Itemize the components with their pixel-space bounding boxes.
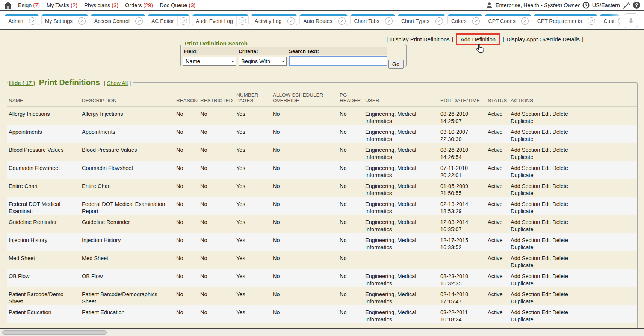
row-action-add-section[interactable]: Add Section bbox=[511, 255, 540, 261]
col-header-text[interactable]: ALLOW SCHEDULER OVERRIDE bbox=[273, 92, 323, 103]
row-action-add-section[interactable]: Add Section bbox=[511, 129, 540, 135]
row-action-add-section[interactable]: Add Section bbox=[511, 111, 540, 117]
row-action-edit[interactable]: Edit bbox=[541, 219, 551, 225]
tab-open-arrow-icon[interactable]: ↗ bbox=[383, 16, 395, 26]
col-header-name[interactable]: NAME bbox=[7, 88, 80, 106]
row-action-edit[interactable]: Edit bbox=[541, 273, 551, 279]
row-action-duplicate[interactable]: Duplicate bbox=[511, 136, 533, 142]
row-action-duplicate[interactable]: Duplicate bbox=[511, 262, 533, 268]
help-icon[interactable]: ? bbox=[633, 2, 640, 9]
nav-item-orders[interactable]: Orders (29) bbox=[125, 2, 153, 8]
tab-audit-event-log[interactable]: Audit Event Log↗ bbox=[192, 14, 249, 26]
tab-admin[interactable]: Admin↗ bbox=[5, 14, 39, 26]
row-action-edit[interactable]: Edit bbox=[541, 183, 551, 189]
col-header-text[interactable]: EDIT DATE/TIME bbox=[440, 98, 480, 103]
tab-open-arrow-icon[interactable]: ↗ bbox=[177, 16, 189, 26]
tab-open-arrow-icon[interactable]: ↗ bbox=[27, 16, 39, 26]
col-header-description[interactable]: DESCRIPTION bbox=[80, 88, 175, 106]
tab-my-settings[interactable]: My Settings↗ bbox=[41, 14, 88, 26]
nav-item-esign[interactable]: Esign (7) bbox=[18, 2, 40, 8]
col-header-number-pages[interactable]: NUMBER PAGES bbox=[235, 88, 271, 106]
go-button[interactable]: Go bbox=[388, 60, 404, 69]
row-action-duplicate[interactable]: Duplicate bbox=[511, 190, 533, 196]
row-action-duplicate[interactable]: Duplicate bbox=[511, 316, 533, 322]
col-header-text[interactable]: RESTRICTED bbox=[200, 98, 233, 103]
tab-activity-log[interactable]: Activity Log↗ bbox=[251, 14, 298, 26]
tab-open-arrow-icon[interactable]: ↗ bbox=[236, 16, 248, 26]
row-action-delete[interactable]: Delete bbox=[552, 111, 568, 117]
horizontal-scrollbar[interactable] bbox=[0, 328, 644, 336]
wand-icon[interactable] bbox=[623, 2, 630, 9]
nav-item-physicians[interactable]: Physicians (3) bbox=[84, 2, 118, 8]
tab-open-arrow-icon[interactable]: ↗ bbox=[433, 16, 445, 26]
col-header-text[interactable]: PG HEADER bbox=[340, 92, 361, 103]
tab-open-arrow-icon[interactable]: ↗ bbox=[585, 16, 597, 26]
nav-item-my-tasks[interactable]: My Tasks (2) bbox=[47, 2, 77, 8]
row-action-add-section[interactable]: Add Section bbox=[511, 219, 540, 225]
field-select[interactable]: Name ▾ bbox=[183, 57, 236, 66]
row-action-edit[interactable]: Edit bbox=[541, 291, 551, 297]
row-action-edit[interactable]: Edit bbox=[541, 147, 551, 153]
row-action-edit[interactable]: Edit bbox=[541, 237, 551, 243]
row-action-edit[interactable]: Edit bbox=[541, 309, 551, 315]
row-action-add-section[interactable]: Add Section bbox=[511, 201, 540, 207]
display-appt-override-link[interactable]: Display Appt Override Details bbox=[506, 36, 580, 42]
tab-open-arrow-icon[interactable]: ↗ bbox=[133, 16, 145, 26]
show-all-link[interactable]: Show All bbox=[107, 80, 128, 86]
scrollbar-thumb[interactable] bbox=[2, 330, 107, 335]
row-action-edit[interactable]: Edit bbox=[541, 165, 551, 171]
row-action-edit[interactable]: Edit bbox=[541, 129, 551, 135]
tab-chart-tabs[interactable]: Chart Tabs↗ bbox=[350, 14, 395, 26]
nav-item-doc-queue[interactable]: Doc Queue (3) bbox=[160, 2, 195, 8]
row-action-delete[interactable]: Delete bbox=[552, 219, 568, 225]
row-action-duplicate[interactable]: Duplicate bbox=[511, 280, 533, 286]
tab-colors[interactable]: Colors↗ bbox=[447, 14, 482, 26]
tab-access-control[interactable]: Access Control↗ bbox=[91, 14, 145, 26]
tab-open-arrow-icon[interactable]: ↗ bbox=[285, 16, 297, 26]
col-header-reason[interactable]: REASON bbox=[175, 88, 199, 106]
home-icon[interactable] bbox=[4, 2, 12, 9]
hide-link[interactable]: Hide ( 17 ) bbox=[9, 80, 35, 86]
row-action-delete[interactable]: Delete bbox=[552, 201, 568, 207]
col-header-status[interactable]: STATUS bbox=[486, 88, 509, 106]
tab-open-arrow-icon[interactable]: ↗ bbox=[470, 16, 482, 26]
row-action-add-section[interactable]: Add Section bbox=[511, 183, 540, 189]
row-action-duplicate[interactable]: Duplicate bbox=[511, 244, 533, 250]
col-header-text[interactable]: NAME bbox=[9, 98, 23, 103]
tab-cpt-codes[interactable]: CPT Codes↗ bbox=[485, 14, 531, 26]
tab-auto-routes[interactable]: Auto Routes↗ bbox=[299, 14, 348, 26]
col-header-pg-header[interactable]: PG HEADER bbox=[338, 88, 364, 106]
row-action-add-section[interactable]: Add Section bbox=[511, 165, 540, 171]
tab-cpt-requirements[interactable]: CPT Requirements↗ bbox=[534, 14, 598, 26]
row-action-delete[interactable]: Delete bbox=[552, 255, 568, 261]
row-action-add-section[interactable]: Add Section bbox=[511, 291, 540, 297]
row-action-duplicate[interactable]: Duplicate bbox=[511, 172, 533, 178]
row-action-delete[interactable]: Delete bbox=[552, 291, 568, 297]
col-header-user[interactable]: USER bbox=[364, 88, 439, 106]
tabs-overflow-button[interactable] bbox=[624, 13, 638, 28]
tab-open-arrow-icon[interactable]: ↗ bbox=[618, 16, 620, 26]
tab-open-arrow-icon[interactable]: ↗ bbox=[519, 16, 531, 26]
col-header-allow-scheduler-override[interactable]: ALLOW SCHEDULER OVERRIDE bbox=[271, 88, 338, 106]
col-header-text[interactable]: REASON bbox=[176, 98, 198, 103]
search-text-input[interactable] bbox=[289, 56, 387, 66]
tab-cust[interactable]: Cust↗ bbox=[600, 14, 620, 26]
col-header-text[interactable]: DESCRIPTION bbox=[82, 98, 116, 103]
col-header-text[interactable]: STATUS bbox=[488, 98, 507, 103]
tab-open-arrow-icon[interactable]: ↗ bbox=[76, 16, 88, 26]
row-action-add-section[interactable]: Add Section bbox=[511, 273, 540, 279]
col-header-edit-date-time[interactable]: EDIT DATE/TIME bbox=[439, 88, 486, 106]
add-definition-link[interactable]: Add Definition bbox=[461, 36, 496, 42]
row-action-delete[interactable]: Delete bbox=[552, 165, 568, 171]
tab-open-arrow-icon[interactable]: ↗ bbox=[336, 16, 348, 26]
tab-chart-types[interactable]: Chart Types↗ bbox=[398, 14, 445, 26]
row-action-add-section[interactable]: Add Section bbox=[511, 309, 540, 315]
row-action-delete[interactable]: Delete bbox=[552, 147, 568, 153]
row-action-edit[interactable]: Edit bbox=[541, 255, 551, 261]
row-action-delete[interactable]: Delete bbox=[552, 129, 568, 135]
row-action-add-section[interactable]: Add Section bbox=[511, 237, 540, 243]
row-action-duplicate[interactable]: Duplicate bbox=[511, 226, 533, 232]
row-action-edit[interactable]: Edit bbox=[541, 111, 551, 117]
row-action-delete[interactable]: Delete bbox=[552, 273, 568, 279]
row-action-duplicate[interactable]: Duplicate bbox=[511, 298, 533, 304]
